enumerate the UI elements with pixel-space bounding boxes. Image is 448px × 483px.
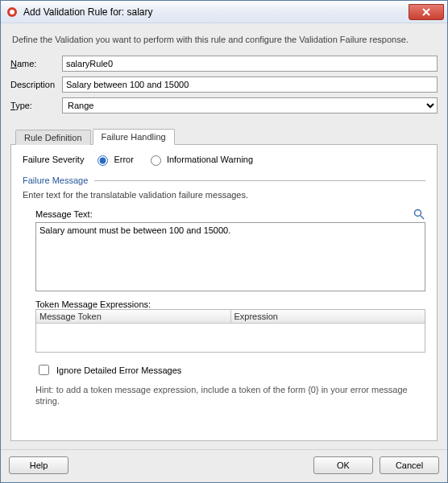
description-row: Description [10,76,438,93]
description-label: Description [10,80,62,89]
type-select[interactable]: Range [62,97,438,114]
message-text-label: Message Text: [35,209,413,219]
name-input[interactable] [62,56,438,72]
severity-warning-option[interactable]: Informational Warning [147,153,253,166]
failure-message-body: Message Text: Salary amount must be betw… [35,208,425,434]
svg-point-2 [415,210,421,217]
failure-handling-panel: Failure Severity Error Informational War… [10,145,438,441]
name-row: Name: [10,56,438,72]
tab-strip: Rule Definition Failure Handling [10,128,438,145]
instruction-text: Define the Validation you want to perfor… [12,35,438,44]
token-table-header: Message Token Expression [36,310,425,324]
close-button[interactable] [409,4,444,20]
type-label: Type: [10,101,62,110]
dialog-content: Define the Validation you want to perfor… [1,23,447,449]
token-col-expression: Expression [231,310,425,323]
severity-error-option[interactable]: Error [93,153,133,166]
severity-row: Failure Severity Error Informational War… [23,153,425,166]
titlebar: Add Validation Rule for: salary [1,1,447,23]
failure-message-header: Failure Message [23,175,425,185]
severity-warning-radio[interactable] [151,155,161,166]
token-col-message-token: Message Token [36,310,231,323]
severity-error-radio[interactable] [97,155,108,166]
name-label: Name: [10,59,62,68]
description-input[interactable] [62,76,438,93]
divider [94,180,425,181]
tab-rule-definition[interactable]: Rule Definition [15,130,91,145]
help-button[interactable]: Help [9,456,68,474]
svg-line-3 [421,216,424,219]
dialog-window: Add Validation Rule for: salary Define t… [0,0,448,483]
dialog-title: Add Validation Rule for: salary [23,6,409,18]
svg-point-1 [10,10,15,14]
tab-failure-handling[interactable]: Failure Handling [93,129,175,145]
hint-text: Hint: to add a token message expression,… [35,384,425,407]
type-row: Type: Range [10,97,438,114]
cancel-button[interactable]: Cancel [380,456,439,474]
search-icon[interactable] [413,208,425,221]
close-icon [422,8,430,16]
token-expressions-label: Token Message Expressions: [35,299,425,309]
ok-button[interactable]: OK [313,456,373,474]
severity-label: Failure Severity [23,155,84,164]
token-expressions-table[interactable]: Message Token Expression [35,309,425,353]
failure-message-subtext: Enter text for the translatable validati… [23,190,425,200]
ignore-detailed-errors-row[interactable]: Ignore Detailed Error Messages [35,362,425,378]
ignore-detailed-errors-checkbox[interactable] [39,365,49,375]
dialog-footer: Help OK Cancel [1,449,447,482]
message-text-input[interactable]: Salary amount must be between 100 and 15… [35,222,425,291]
app-icon [6,6,19,19]
message-text-header: Message Text: [35,208,425,221]
